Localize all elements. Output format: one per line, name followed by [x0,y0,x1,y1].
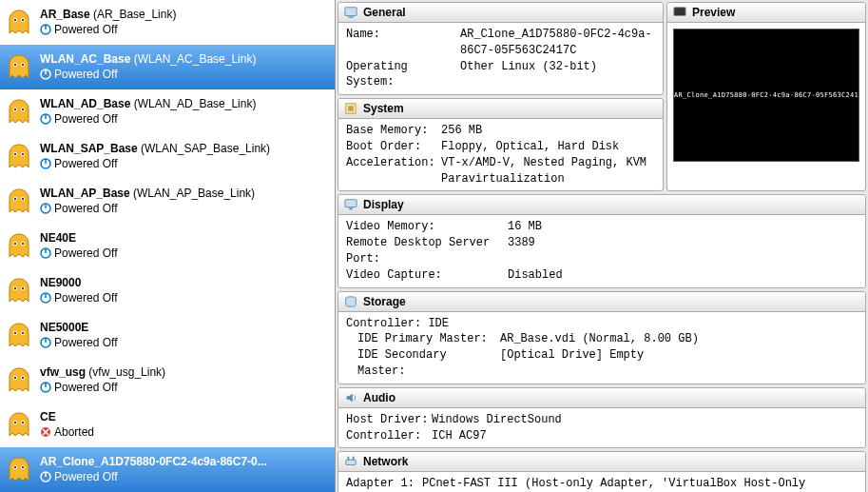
svg-rect-81 [346,461,357,465]
svg-rect-78 [345,200,357,207]
vm-list-item[interactable]: WLAN_AP_Base (WLAN_AP_Base_Link) Powered… [0,179,335,224]
vm-status: Powered Off [54,381,117,396]
power-icon [40,113,51,125]
vm-list-item[interactable]: CE Aborted [0,403,335,447]
vm-icon [4,410,34,441]
system-mem-value: 256 MB [441,123,655,139]
vm-list-item[interactable]: WLAN_AC_Base (WLAN_AC_Base_Link) Powered… [0,45,335,89]
vm-name: NE40E [40,231,76,245]
general-os-value: Other Linux (32-bit) [460,59,655,91]
vm-icon [4,276,34,306]
vm-list-item[interactable]: NE9000 Powered Off [0,268,335,313]
system-mem-label: Base Memory: [346,123,441,139]
preview-header[interactable]: Preview [667,3,865,23]
storage-icon [344,295,357,308]
svg-point-38 [14,287,16,289]
storage-sec-value: [Optical Drive] Empty [500,347,858,380]
svg-point-50 [14,377,16,379]
vm-status: Powered Off [54,246,117,262]
vm-name: CE [40,410,56,423]
vm-name: WLAN_SAP_Base [40,142,138,155]
preview-text: AR_Clone_A1D75880-0FC2-4c9a-86C7-05F563C… [674,91,858,99]
vm-icon [4,455,34,485]
vm-list-item[interactable]: WLAN_SAP_Base (WLAN_SAP_Base_Link) Power… [0,134,335,179]
general-title: General [363,6,406,19]
audio-ctrl-label: Controller: [346,428,432,444]
audio-ctrl-value: ICH AC97 [432,428,858,444]
vm-icon [4,97,34,128]
power-icon [40,24,51,35]
svg-rect-73 [345,8,357,16]
vm-list-item[interactable]: NE40E Powered Off [0,224,335,268]
power-icon [40,337,51,348]
general-os-label: Operating System: [346,59,460,91]
preview-screen[interactable]: AR_Clone_A1D75880-0FC2-4c9a-86C7-05F563C… [673,29,859,162]
power-icon [40,292,51,304]
vm-status: Powered Off [54,291,117,306]
display-header[interactable]: Display [338,195,865,215]
storage-pri-label: IDE Primary Master: [357,331,500,347]
svg-point-44 [14,332,16,334]
audio-icon [344,391,357,404]
svg-rect-82 [348,457,350,461]
vm-list-item[interactable]: NE5000E Powered Off [0,313,335,358]
general-name-label: Name: [346,27,460,59]
preview-icon [673,6,686,19]
vm-list-item[interactable]: AR_Base (AR_Base_Link) Powered Off [0,0,335,45]
svg-rect-77 [674,8,685,16]
display-vcap-value: Disabled [508,267,858,284]
svg-rect-83 [353,457,355,461]
network-header[interactable]: Network [338,452,865,472]
preview-section: Preview AR_Clone_A1D75880-0FC2-4c9a-86C7… [666,2,866,191]
vm-status: Powered Off [54,68,117,83]
display-title: Display [363,198,404,211]
system-boot-label: Boot Order: [346,139,441,155]
vm-name: AR_Base [40,8,90,21]
audio-title: Audio [363,391,395,404]
vm-list-item[interactable]: vfw_usg (vfw_usg_Link) Powered Off [0,358,335,403]
vm-status: Powered Off [54,470,117,485]
svg-point-3 [22,19,24,21]
power-icon [40,203,51,214]
svg-point-20 [14,153,16,155]
vm-list-item[interactable]: AR_Clone_A1D75880-0FC2-4c9a-86C7-0... Po… [0,447,335,492]
system-accel-label: Acceleration: [346,155,441,187]
storage-sec-label: IDE Secondary Master: [357,347,500,380]
svg-point-32 [14,243,16,245]
general-header[interactable]: General [338,3,663,23]
display-vmem-label: Video Memory: [346,219,508,235]
svg-point-33 [22,243,24,245]
vm-icon [4,142,34,172]
system-boot-value: Floppy, Optical, Hard Disk [441,139,655,155]
details-panel: General Name:AR_Clone_A1D75880-0FC2-4c9a… [336,0,868,492]
audio-drv-label: Host Driver: [346,412,432,428]
svg-point-51 [22,377,24,379]
vm-name: AR_Clone_A1D75880-0FC2-4c9a-86C7-0... [40,455,267,468]
display-icon [344,198,357,211]
power-icon [40,471,51,482]
vm-name: NE5000E [40,321,88,334]
general-section: General Name:AR_Clone_A1D75880-0FC2-4c9a… [338,2,664,95]
storage-header[interactable]: Storage [338,292,865,312]
power-icon [40,382,51,393]
system-header[interactable]: System [338,99,663,119]
display-vmem-value: 16 MB [508,219,858,235]
display-vcap-label: Video Capture: [346,267,508,284]
svg-point-2 [14,19,16,21]
vm-status: Powered Off [54,202,117,217]
audio-header[interactable]: Audio [338,388,865,408]
general-name-value: AR_Clone_A1D75880-0FC2-4c9a-86C7-05F563C… [460,27,655,59]
svg-point-57 [22,422,24,423]
svg-point-56 [14,422,16,423]
storage-section: Storage Controller: IDE IDE Primary Mast… [338,291,866,384]
svg-point-27 [22,198,24,200]
vm-name: WLAN_AC_Base [40,52,130,66]
vm-icon [4,321,34,351]
vm-link: (WLAN_AD_Base_Link) [134,97,257,110]
svg-rect-74 [348,16,353,17]
svg-rect-76 [348,107,353,111]
vm-list-item[interactable]: WLAN_AD_Base (WLAN_AD_Base_Link) Powered… [0,89,335,134]
svg-point-9 [22,64,24,66]
vm-link: (WLAN_AP_Base_Link) [133,187,255,200]
network-title: Network [363,455,408,468]
